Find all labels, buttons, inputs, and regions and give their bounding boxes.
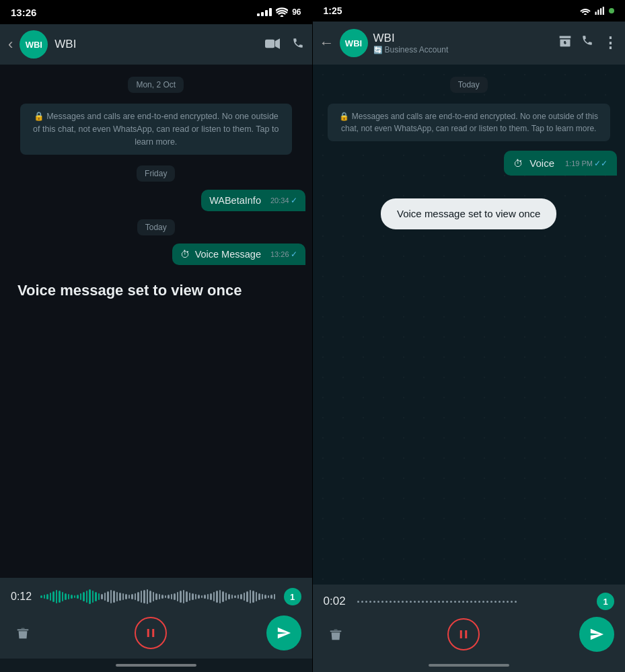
home-bar-left	[116, 664, 196, 667]
status-icons-left: 96	[257, 7, 301, 17]
msg-meta-voice-left: 13:26 ✓	[270, 250, 297, 259]
date-today-left: Today	[7, 219, 305, 235]
msg-meta-voice-right: 1:19 PM ✓✓	[565, 159, 608, 168]
archive-icon-right[interactable]	[558, 34, 572, 52]
chat-header-left: ‹ WBI WBI	[0, 24, 312, 65]
avatar-right[interactable]: WBI	[340, 29, 368, 57]
delete-button-right[interactable]	[324, 622, 348, 646]
svg-rect-2	[147, 629, 149, 637]
dot-wave-right	[357, 601, 517, 603]
signal-icon	[257, 8, 272, 16]
chat-area-right: Today 🔒 Messages and calls are end-to-en…	[313, 65, 626, 585]
encryption-notice-right: 🔒 Messages and calls are end-to-end encr…	[328, 104, 611, 141]
contact-name-right[interactable]: WBI	[373, 32, 554, 45]
battery-left: 96	[292, 7, 301, 17]
date-mon-2-oct: Mon, 2 Oct	[7, 77, 305, 93]
home-indicator-left	[0, 659, 312, 672]
pause-button-right[interactable]	[447, 618, 480, 650]
svg-rect-8	[460, 630, 462, 638]
svg-rect-3	[152, 629, 154, 637]
playback-controls-left	[11, 609, 301, 653]
view-once-text-right: Voice message set to view once	[397, 208, 540, 219]
view-once-bubble-right: Voice message set to view once	[381, 198, 556, 229]
status-bar-right: 1:25	[313, 0, 626, 22]
svg-rect-6	[600, 8, 601, 15]
count-badge-left: 1	[284, 588, 301, 605]
msg-meta-wabetainfo: 20:34 ✓	[270, 196, 297, 205]
playback-bar-right: 0:02 1	[313, 585, 626, 659]
avatar-left[interactable]: WBI	[20, 30, 48, 59]
wifi-icon	[276, 7, 288, 17]
svg-rect-0	[265, 39, 274, 48]
voice-once-icon: ⏱	[180, 249, 190, 260]
signal-icon-right	[595, 7, 605, 15]
check-wabetainfo: ✓	[291, 196, 297, 205]
business-sync-icon: 🔄	[373, 46, 383, 54]
pb-controls-right	[324, 610, 615, 652]
status-bar-left: 13:26 96	[0, 0, 312, 24]
home-indicator-right	[313, 659, 626, 672]
back-button-left[interactable]: ‹	[8, 36, 13, 53]
contact-name-left[interactable]: WBI	[54, 38, 258, 51]
video-call-icon[interactable]	[265, 37, 280, 52]
time-left: 13:26	[11, 7, 36, 18]
pb-time-right: 0:02	[324, 595, 351, 608]
call-icon-right[interactable]	[581, 34, 593, 52]
playback-time-left: 0:12	[11, 591, 35, 603]
green-dot-right	[609, 8, 614, 13]
view-once-icon-right: ⏱	[513, 158, 523, 169]
pb-dots-right	[357, 601, 591, 603]
business-label-right: 🔄 Business Account	[373, 45, 554, 54]
header-icons-right: ⋮	[558, 34, 618, 52]
msg-text-voice-left: Voice Message	[195, 249, 261, 260]
svg-rect-5	[597, 10, 599, 15]
chat-area-left: Mon, 2 Oct 🔒 Messages and calls are end-…	[0, 65, 312, 578]
waveform-left	[40, 585, 279, 609]
voice-label-right: Voice	[529, 157, 554, 169]
msg-voice-left: ⏱ Voice Message 13:26 ✓	[7, 244, 305, 265]
send-button-left[interactable]	[266, 615, 301, 650]
check-voice-right: ✓✓	[594, 159, 608, 168]
pause-button-left[interactable]	[135, 617, 167, 649]
svg-rect-7	[603, 7, 604, 15]
date-today-right: Today	[321, 77, 618, 93]
view-once-container-right: Voice message set to view once	[321, 192, 618, 236]
encryption-notice-left: 🔒 Messages and calls are end-to-end encr…	[20, 104, 292, 155]
date-friday: Friday	[7, 165, 305, 182]
chat-content-left: Mon, 2 Oct 🔒 Messages and calls are end-…	[7, 71, 305, 314]
svg-rect-9	[465, 630, 467, 638]
svg-rect-4	[595, 12, 597, 15]
time-wave-left: 0:12 1	[11, 585, 301, 609]
header-icons-left	[265, 37, 304, 52]
pb-top-right: 0:02 1	[324, 593, 615, 610]
chat-content-right: Today 🔒 Messages and calls are end-to-en…	[313, 65, 626, 252]
status-icons-right	[579, 7, 614, 15]
wifi-icon-right	[579, 7, 591, 15]
right-panel: 1:25 ← WBI WBI 🔄 Business Account	[313, 0, 626, 672]
home-bar-right	[429, 664, 509, 667]
header-right-info: WBI 🔄 Business Account	[373, 32, 554, 54]
msg-voice-right: ⏱ Voice 1:19 PM ✓✓	[321, 151, 618, 176]
msg-wabetainfo: WABetaInfo 20:34 ✓	[7, 190, 305, 211]
delete-button-left[interactable]	[11, 621, 35, 645]
chat-header-right: ← WBI WBI 🔄 Business Account ⋮	[313, 22, 626, 65]
svg-marker-1	[274, 38, 279, 49]
send-button-right[interactable]	[579, 617, 614, 652]
count-badge-right: 1	[597, 593, 614, 610]
back-button-right[interactable]: ←	[320, 34, 334, 52]
call-icon-left[interactable]	[292, 37, 304, 52]
check-voice-left: ✓	[291, 250, 297, 259]
more-icon-right[interactable]: ⋮	[603, 34, 618, 52]
time-right: 1:25	[324, 5, 342, 16]
playback-bar-left: 0:12 1	[0, 578, 312, 659]
left-panel: 13:26 96 ‹ WBI WBI	[0, 0, 312, 672]
caption-view-once-left: Voice message set to view once	[7, 268, 305, 314]
msg-text-wabetainfo: WABetaInfo	[209, 195, 261, 206]
